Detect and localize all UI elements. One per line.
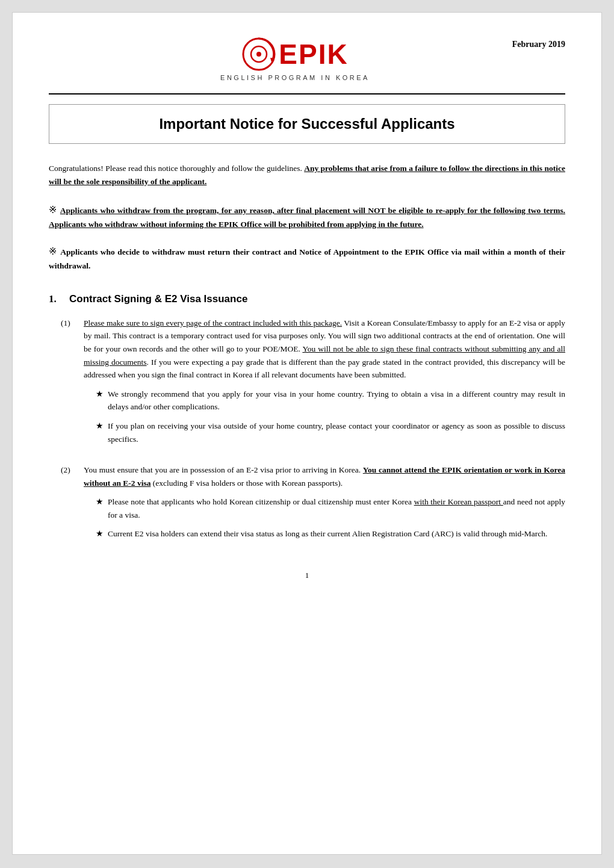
bullet-item: Current E2 visa holders can extend their… — [96, 527, 565, 541]
korean-passport-underline: with their Korean passport — [414, 497, 503, 506]
date-label: February 2019 — [493, 37, 565, 49]
notice-text-1: Applicants who withdraw from the program… — [49, 206, 565, 229]
page: EPIK ENGLISH PROGRAM IN KOREA February 2… — [12, 12, 602, 855]
bullet-item: We strongly recommend that you apply for… — [96, 388, 565, 414]
page-title: Important Notice for Successful Applican… — [61, 116, 553, 132]
epik-circle-icon — [241, 37, 276, 72]
item1-bullets: We strongly recommend that you apply for… — [84, 388, 565, 445]
item1-content: Please make sure to sign every page of t… — [84, 317, 565, 451]
notice-symbol-1: ※ — [49, 205, 60, 215]
section1-title: Contract Signing & E2 Visa Issuance — [69, 291, 247, 307]
content-area: Congratulations! Please read this notice… — [49, 162, 565, 547]
item1-text: Please make sure to sign every page of t… — [84, 317, 565, 382]
header: EPIK ENGLISH PROGRAM IN KOREA February 2… — [49, 37, 565, 81]
logo-graphic: EPIK — [241, 37, 348, 72]
section1-items: (1) Please make sure to sign every page … — [61, 317, 565, 547]
title-box: Important Notice for Successful Applican… — [49, 104, 565, 144]
section1-header: 1. Contract Signing & E2 Visa Issuance — [49, 291, 565, 307]
intro-paragraph: Congratulations! Please read this notice… — [49, 162, 565, 188]
notice-2: ※ Applicants who decide to withdraw must… — [49, 244, 565, 272]
item2-text: You must ensure that you are in possessi… — [84, 463, 565, 489]
logo-subtitle: ENGLISH PROGRAM IN KOREA — [220, 74, 370, 81]
item1-num: (1) — [61, 317, 78, 451]
item2-content: You must ensure that you are in possessi… — [84, 463, 565, 547]
epik-text: EPIK — [279, 40, 348, 68]
item1-text-normal2: . If you were expecting a pay grade that… — [84, 358, 565, 380]
header-divider — [49, 93, 565, 95]
item2-bullets: Please note that applicants who hold Kor… — [84, 495, 565, 541]
page-number: 1 — [49, 571, 565, 580]
bullet-item: Please note that applicants who hold Kor… — [96, 495, 565, 521]
notice-1: ※ Applicants who withdraw from the progr… — [49, 202, 565, 231]
item2-num: (2) — [61, 463, 78, 547]
bullet-item: If you plan on receiving your visa outsi… — [96, 420, 565, 445]
item2-text-normal2: (excluding F visa holders or those with … — [150, 479, 343, 488]
section1-item-2: (2) You must ensure that you are in poss… — [61, 463, 565, 547]
svg-point-2 — [256, 52, 261, 57]
item2-text-normal1: You must ensure that you are in possessi… — [84, 465, 363, 474]
notice-symbol-2: ※ — [49, 246, 60, 256]
notice-text-2: Applicants who decide to withdraw must r… — [49, 247, 565, 270]
section1-number: 1. — [49, 291, 63, 307]
section1-item-1: (1) Please make sure to sign every page … — [61, 317, 565, 451]
item1-text-underline: Please make sure to sign every page of t… — [84, 318, 342, 327]
intro-text1: Congratulations! Please read this notice… — [49, 164, 304, 173]
logo-area: EPIK ENGLISH PROGRAM IN KOREA — [220, 37, 370, 81]
